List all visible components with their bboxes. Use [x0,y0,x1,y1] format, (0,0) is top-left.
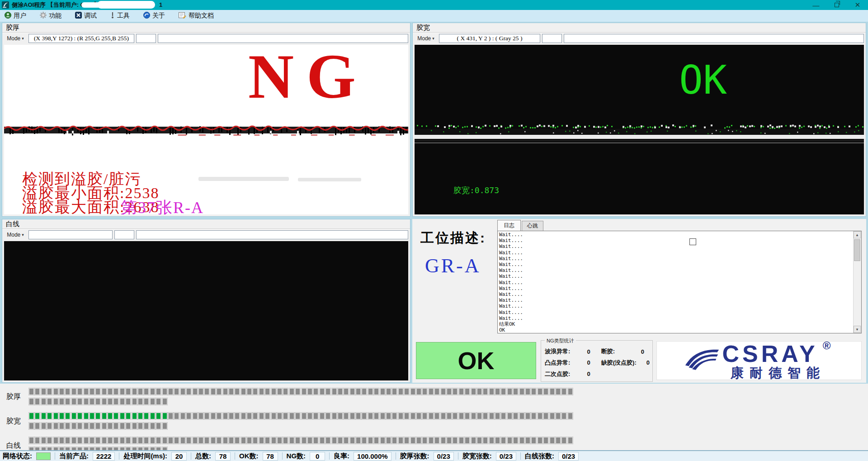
progress-cell [59,423,64,429]
progress-cell [513,437,518,444]
progress-cell [211,437,216,444]
ng-stat-missing: 缺胶(没点胶):0 [601,357,651,369]
progress-cell [483,413,488,419]
progress-row [29,437,573,445]
progress-cell [84,388,89,395]
white-line-mode-dropdown[interactable]: Mode ▾ [4,230,27,239]
minimize-button[interactable]: — [806,0,826,10]
glue-width-mode-dropdown[interactable]: Mode ▾ [415,34,437,43]
menu-item-user[interactable]: 用户 [5,12,26,20]
progress-cell [525,413,530,419]
progress-cell [241,413,246,419]
progress-cell [289,413,294,419]
scroll-down-icon[interactable]: ▼ [854,326,861,333]
progress-cell [332,413,337,419]
brand-logo: CSRAY® 康耐德智能 [656,341,862,380]
menu-item-about[interactable]: 关于 [143,12,165,20]
status-separator [55,452,55,460]
progress-cell [561,437,566,444]
scroll-up-icon[interactable]: ▲ [854,231,861,238]
log-entry: OK [499,327,523,333]
log-entry: Wait.... [499,261,523,267]
progress-cell [283,437,288,444]
result-ok-button[interactable]: OK [416,342,536,379]
progress-cell [350,413,355,419]
chevron-down-icon: ▾ [432,36,434,41]
white-line-field-readout [28,230,113,239]
progress-cell [41,413,46,419]
tab-log[interactable]: 日志 [497,220,521,231]
progress-cell [531,437,536,444]
log-scrollbar[interactable]: ▲ ▼ [853,231,861,333]
glue-thickness-field-small[interactable] [136,34,156,43]
progress-cell [543,437,548,444]
glue-thickness-pixel-readout: (X 398,Y 1272) : (R 255,G 255,B 255) [28,34,134,43]
white-line-field-small[interactable] [114,230,134,239]
progress-cell [65,413,70,419]
progress-cell [422,437,427,444]
progress-cell [386,413,391,419]
close-button[interactable]: ✕ [847,0,868,10]
progress-cell [398,413,403,419]
log-list-box[interactable]: Wait....Wait....Wait....Wait....Wait....… [497,231,862,333]
progress-cell [41,437,46,444]
white-line-field-wide[interactable] [136,230,408,239]
progress-cell [313,388,318,395]
progress-cell [271,413,276,419]
progress-cell [465,413,470,419]
progress-cell [126,413,131,419]
status-value: 2222 [93,452,115,461]
progress-cell [556,388,561,395]
status-separator [329,452,330,460]
ng-stats-box: NG类型统计 波浪异常:0 凸点异常:0 二次点胶:0 断胶:0 缺胶(没点胶)… [541,340,653,382]
progress-cell [229,388,234,395]
progress-cell [198,437,203,444]
status-separator [282,452,283,460]
progress-cell [113,388,118,395]
progress-cell [447,388,452,395]
log-entry: Wait.... [499,267,523,273]
tab-heartbeat[interactable]: 心跳 [522,221,543,231]
progress-cell [422,413,427,419]
app-icon [2,1,9,9]
progress-cell [459,388,464,395]
progress-cell [65,423,70,429]
progress-cell [561,413,566,419]
progress-cell [90,437,94,444]
progress-cell [90,388,94,395]
restore-button[interactable] [826,0,847,10]
progress-cell [568,413,573,419]
white-line-image [4,241,408,380]
glue-width-field-small[interactable] [542,34,562,43]
log-checkbox[interactable] [689,238,696,245]
progress-cell [320,413,325,419]
progress-cell [102,423,107,429]
status-label: 白线张数: [525,452,554,461]
log-entry: Wait.... [499,238,523,243]
scrollbar-thumb[interactable] [854,239,860,261]
glue-width-field-wide[interactable] [564,34,864,43]
progress-cell [429,388,434,395]
menu-item-help-doc[interactable]: 帮助文档 [179,12,214,20]
progress-cell [265,413,270,419]
menu-item-debug[interactable]: 调试 [75,12,97,20]
progress-cell [204,413,209,419]
progress-cell [556,413,561,419]
menu-item-tools[interactable]: 工具 [110,12,130,20]
menu-item-function[interactable]: 功能 [40,12,61,20]
progress-cell [447,437,452,444]
progress-cell [416,437,421,444]
progress-cell [47,413,52,419]
progress-cell [543,413,548,419]
progress-cell [168,388,173,395]
progress-rows [29,413,573,432]
progress-cell [71,413,76,419]
progress-cell [77,437,82,444]
progress-cell [253,413,258,419]
progress-cell [362,388,367,395]
glue-thickness-mode-dropdown[interactable]: Mode ▾ [4,34,27,43]
status-label: 当前产品: [59,452,89,461]
station-description-label: 工位描述: [420,229,486,247]
glue-thickness-field-wide[interactable] [158,34,408,43]
progress-cell [217,388,222,395]
